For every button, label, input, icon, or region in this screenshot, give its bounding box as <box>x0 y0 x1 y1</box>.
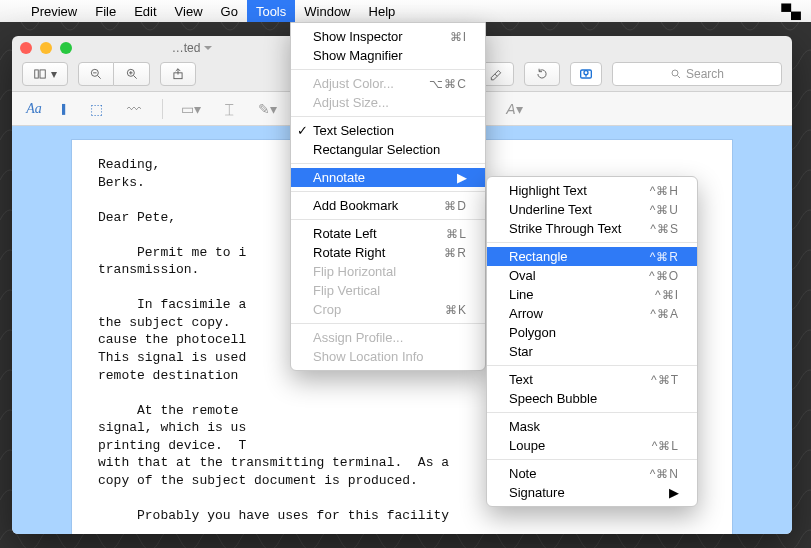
tools-menu-item-text-selection[interactable]: ✓Text Selection <box>291 121 485 140</box>
tools-menu-item-show-inspector[interactable]: Show Inspector⌘I <box>291 27 485 46</box>
svg-line-6 <box>133 75 136 78</box>
tools-menu-item-adjust-size-: Adjust Size... <box>291 93 485 112</box>
menu-tools[interactable]: Tools <box>247 0 295 22</box>
zoom-in-button[interactable] <box>114 62 150 86</box>
sketch-tool-button[interactable]: 〰 <box>124 101 144 117</box>
annotate-menu-item-oval[interactable]: Oval^⌘O <box>487 266 697 285</box>
sign-button[interactable]: ✎▾ <box>257 101 277 117</box>
annotate-menu-item-underline-text[interactable]: Underline Text^⌘U <box>487 200 697 219</box>
shapes-button[interactable]: ▭▾ <box>181 101 201 117</box>
annotate-menu-item-text[interactable]: Text^⌘T <box>487 370 697 389</box>
rotate-button[interactable] <box>524 62 560 86</box>
zoom-out-button[interactable] <box>78 62 114 86</box>
menu-help[interactable]: Help <box>360 0 405 22</box>
search-input[interactable]: Search <box>612 62 782 86</box>
tools-menu-item-show-location-info: Show Location Info <box>291 347 485 366</box>
tools-menu-item-adjust-color-: Adjust Color...⌥⌘C <box>291 74 485 93</box>
tools-menu-item-flip-vertical: Flip Vertical <box>291 281 485 300</box>
menu-window[interactable]: Window <box>295 0 359 22</box>
view-mode-button[interactable]: ▾ <box>22 62 68 86</box>
menubar: Preview File Edit View Go Tools Window H… <box>0 0 811 22</box>
annotate-menu-item-star[interactable]: Star <box>487 342 697 361</box>
annotate-menu-item-polygon[interactable]: Polygon <box>487 323 697 342</box>
svg-rect-0 <box>35 69 39 77</box>
tray-display-icon[interactable]: ▀▄ <box>781 3 801 19</box>
annotate-menu-item-highlight-text[interactable]: Highlight Text^⌘H <box>487 181 697 200</box>
menu-preview[interactable]: Preview <box>22 0 86 22</box>
svg-point-10 <box>584 70 588 74</box>
menu-view[interactable]: View <box>166 0 212 22</box>
annotate-menu-item-note[interactable]: Note^⌘N <box>487 464 697 483</box>
svg-line-3 <box>98 75 101 78</box>
tools-menu: Show Inspector⌘IShow MagnifierAdjust Col… <box>290 22 486 371</box>
tools-menu-item-show-magnifier[interactable]: Show Magnifier <box>291 46 485 65</box>
svg-point-12 <box>672 70 678 76</box>
menu-file[interactable]: File <box>86 0 125 22</box>
annotate-menu-item-speech-bubble[interactable]: Speech Bubble <box>487 389 697 408</box>
annotate-menu-item-loupe[interactable]: Loupe^⌘L <box>487 436 697 455</box>
tools-menu-item-annotate[interactable]: Annotate▶ <box>291 168 485 187</box>
menu-go[interactable]: Go <box>212 0 247 22</box>
tools-menu-item-rotate-left[interactable]: Rotate Left⌘L <box>291 224 485 243</box>
text-style-button[interactable]: Aa <box>24 101 44 117</box>
svg-line-13 <box>677 75 680 78</box>
annotate-submenu: Highlight Text^⌘HUnderline Text^⌘UStrike… <box>486 176 698 507</box>
search-placeholder: Search <box>686 67 724 81</box>
tools-menu-item-crop: Crop⌘K <box>291 300 485 319</box>
menu-edit[interactable]: Edit <box>125 0 165 22</box>
annotate-menu-item-strike-through-text[interactable]: Strike Through Text^⌘S <box>487 219 697 238</box>
tools-menu-item-add-bookmark[interactable]: Add Bookmark⌘D <box>291 196 485 215</box>
annotate-menu-item-mask[interactable]: Mask <box>487 417 697 436</box>
markup-toolbar-button[interactable] <box>570 62 602 86</box>
annotate-menu-item-arrow[interactable]: Arrow^⌘A <box>487 304 697 323</box>
selection-tool-button[interactable]: ⬚ <box>86 101 106 117</box>
annotate-menu-item-line[interactable]: Line^⌘I <box>487 285 697 304</box>
text-tool-button[interactable]: ⌶ <box>219 101 239 117</box>
annotate-menu-item-rectangle[interactable]: Rectangle^⌘R <box>487 247 697 266</box>
share-button[interactable] <box>160 62 196 86</box>
tools-menu-item-assign-profile-: Assign Profile... <box>291 328 485 347</box>
annotate-menu-item-signature[interactable]: Signature▶ <box>487 483 697 502</box>
svg-rect-1 <box>40 69 45 77</box>
tools-menu-item-rectangular-selection[interactable]: Rectangular Selection <box>291 140 485 159</box>
tools-menu-item-flip-horizontal: Flip Horizontal <box>291 262 485 281</box>
font-button[interactable]: A▾ <box>504 101 524 117</box>
tools-menu-item-rotate-right[interactable]: Rotate Right⌘R <box>291 243 485 262</box>
